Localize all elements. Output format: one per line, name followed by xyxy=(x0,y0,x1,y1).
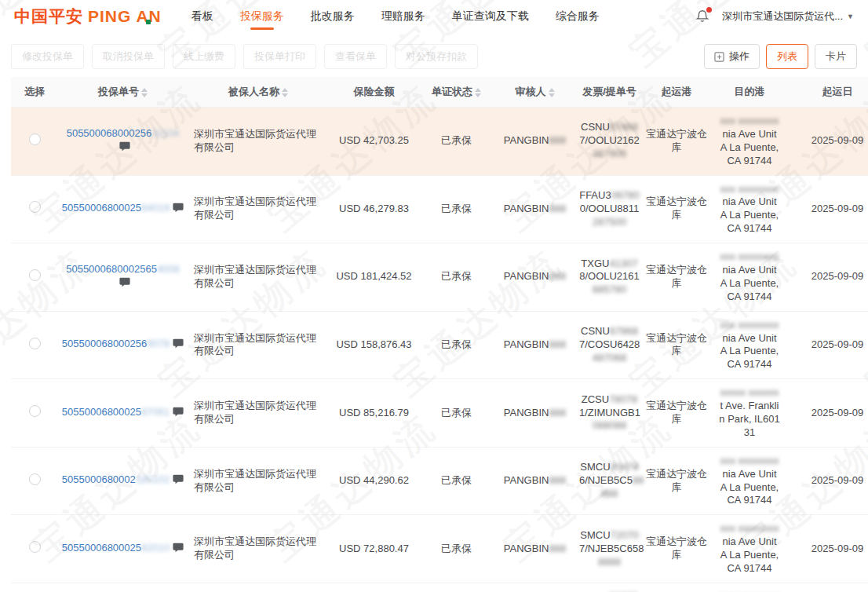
column-header-5[interactable]: 审核人 xyxy=(494,77,576,108)
cell-departure-date: 2025-09-09 xyxy=(789,447,868,515)
toolbar-button-5[interactable]: 对公预存扣款 xyxy=(395,44,478,69)
cell-amount: USD 46,279.83 xyxy=(329,175,419,243)
toolbar-button-0[interactable]: 修改投保单 xyxy=(11,44,84,69)
operations-button[interactable]: 操作 xyxy=(704,44,760,69)
cell-invoice-bl-number: TXGU413078/OOLU2161885780 xyxy=(576,243,643,312)
toolbar-right: 操作 列表 卡片 xyxy=(704,44,857,69)
view-toggle-card[interactable]: 卡片 xyxy=(815,44,857,69)
nav-item-1[interactable]: 投保服务 xyxy=(240,2,284,31)
toolbar-button-4[interactable]: 查看保单 xyxy=(324,44,387,69)
toolbar-disabled-buttons: 修改投保单取消投保单线上缴费投保单打印查看保单对公预存扣款 xyxy=(11,44,478,69)
redacted-text: 06780 xyxy=(611,189,640,201)
notification-bell-icon[interactable] xyxy=(695,9,711,24)
nav-item-4[interactable]: 单证查询及下载 xyxy=(452,2,529,31)
table-row: 5055000680002569078深圳市宝通达国际货运代理有限公司USD 1… xyxy=(11,311,868,379)
redacted-text: 67868 xyxy=(610,325,638,337)
redacted-text: 888 xyxy=(549,270,566,282)
sort-icon[interactable] xyxy=(549,88,555,97)
table-row: 5055000680002180102深圳市宝通达国际货运代理有限公司USD 4… xyxy=(11,447,868,515)
cell-invoice-bl-number: ZCSU780781/ZIMUNGB1088088 xyxy=(576,379,643,448)
cell-select xyxy=(11,379,58,448)
cell-destination-port: xxx xxxxxxxxnia Ave UnitA La Puente,CA 9… xyxy=(710,515,789,583)
policy-number-link[interactable]: 5055000680002180102 xyxy=(62,473,170,485)
row-radio-button[interactable] xyxy=(29,405,41,417)
column-header-label: 审核人 xyxy=(516,86,546,97)
comment-bubble-icon[interactable] xyxy=(119,141,130,155)
sort-icon[interactable] xyxy=(141,88,148,97)
cell-policy-number: 5055000680002582010 xyxy=(58,515,188,583)
toolbar-button-3[interactable]: 投保单打印 xyxy=(243,44,316,69)
policy-number-link[interactable]: 5055000680002582010 xyxy=(62,542,170,554)
cell-policy-number: 5055000680002569078 xyxy=(58,311,188,379)
column-header-1[interactable]: 投保单号 xyxy=(58,77,188,108)
nav-item-2[interactable]: 批改服务 xyxy=(311,2,355,31)
top-navbar: 中国平安 PING AN 看板投保服务批改服务理赔服务单证查询及下载综合服务 深… xyxy=(0,0,868,33)
cell-departure-date: 2025-09-09 xyxy=(789,175,868,243)
policy-table: 选择投保单号被保人名称保险金额单证状态审核人发票/提单号起运港目的港起运日 50… xyxy=(11,77,868,592)
redacted-text: xxxxx xxxxxx xyxy=(720,386,779,398)
cell-policy-number: 50550006800025654008 xyxy=(58,243,188,312)
row-radio-button[interactable] xyxy=(29,473,41,485)
cell-select xyxy=(11,108,58,176)
toolbar-button-2[interactable]: 线上缴费 xyxy=(173,44,235,69)
cell-departure-date: 2025-09-09 xyxy=(789,311,868,379)
row-radio-button[interactable] xyxy=(29,269,41,281)
comment-bubble-icon[interactable] xyxy=(173,338,184,353)
account-company-dropdown[interactable]: 深圳市宝通达国际货运代... ▼ xyxy=(722,9,854,24)
cell-destination-port: xxx xxxxxxxxnia Ave UnitA La Puente,CA 9… xyxy=(710,447,789,515)
nav-item-5[interactable]: 综合服务 xyxy=(556,2,600,31)
toolbar-button-1[interactable]: 取消投保单 xyxy=(92,44,165,69)
top-right-area: 深圳市宝通达国际货运代... ▼ xyxy=(695,9,854,24)
cell-destination-port: xxx xxxxxxxxnia Ave UnitA La Puente,CA 9… xyxy=(710,175,789,243)
table-row: 50550006800025631104深圳市宝通达国际货运代理有限公司USD … xyxy=(11,108,868,176)
redacted-text: 888 xyxy=(601,488,618,499)
redacted-text: 88 xyxy=(633,474,644,486)
redacted-text: 287500 xyxy=(593,216,626,228)
cell-amount: USD 181,424.52 xyxy=(329,243,419,312)
cell-policy-number: 5055000680002585000 xyxy=(58,583,188,592)
column-header-2[interactable]: 被保人名称 xyxy=(188,77,329,108)
cell-origin-port: 宝通达宁波仓库 xyxy=(643,379,710,448)
nav-item-3[interactable]: 理赔服务 xyxy=(381,2,425,31)
row-radio-button[interactable] xyxy=(29,201,41,213)
policy-table-container: 选择投保单号被保人名称保险金额单证状态审核人发票/提单号起运港目的港起运日 50… xyxy=(11,77,868,592)
plus-square-icon xyxy=(714,52,724,62)
sort-icon[interactable] xyxy=(282,88,288,97)
table-header-row: 选择投保单号被保人名称保险金额单证状态审核人发票/提单号起运港目的港起运日 xyxy=(11,77,868,108)
table-row: 5055000680002585000深圳市宝通达国际货运代理有限公司USD 4… xyxy=(11,583,868,592)
cell-departure-date: 2025-09-09 xyxy=(789,108,868,176)
redacted-text: 888 xyxy=(549,338,566,350)
row-radio-button[interactable] xyxy=(29,541,41,553)
cell-reviewer: PANGBIN888 xyxy=(494,243,576,312)
cell-insured-name: 深圳市宝通达国际货运代理有限公司 xyxy=(188,243,329,312)
row-radio-button[interactable] xyxy=(29,338,41,349)
redacted-text: 888 xyxy=(549,543,566,554)
policy-number-link[interactable]: 5055000680002569078 xyxy=(62,338,170,349)
cell-amount: USD 158,876.43 xyxy=(329,311,419,379)
column-header-label: 单证状态 xyxy=(432,86,472,97)
view-toggle-list[interactable]: 列表 xyxy=(766,44,808,69)
column-header-6: 发票/提单号 xyxy=(576,77,643,108)
sort-icon[interactable] xyxy=(475,88,481,97)
cell-select xyxy=(11,175,58,243)
logo-green-dot xyxy=(146,20,151,24)
cell-status: 已承保 xyxy=(419,243,494,312)
nav-item-0[interactable]: 看板 xyxy=(191,2,213,31)
table-row: 5055000680002564019深圳市宝通达国际货运代理有限公司USD 4… xyxy=(11,175,868,243)
policy-number-link[interactable]: 5055000680002587061 xyxy=(62,406,170,418)
policy-number-link[interactable]: 5055000680002564019 xyxy=(62,202,170,214)
comment-bubble-icon[interactable] xyxy=(173,203,184,217)
redacted-text: 4008 xyxy=(157,263,180,275)
comment-bubble-icon[interactable] xyxy=(173,543,184,557)
policy-number-link[interactable]: 50550006800025654008 xyxy=(66,263,180,275)
comment-bubble-icon[interactable] xyxy=(173,407,184,421)
cell-origin-port: 宝通达宁波仓库 xyxy=(643,108,710,176)
cell-status: 已承保 xyxy=(419,515,494,583)
redacted-text: 78078 xyxy=(609,393,637,405)
comment-bubble-icon[interactable] xyxy=(173,474,184,488)
policy-number-link[interactable]: 50550006800025631104 xyxy=(67,127,180,139)
comment-bubble-icon[interactable] xyxy=(119,277,130,291)
cell-insured-name: 深圳市宝通达国际货运代理有限公司 xyxy=(188,379,329,448)
row-radio-button[interactable] xyxy=(29,133,41,145)
column-header-4[interactable]: 单证状态 xyxy=(419,77,494,108)
